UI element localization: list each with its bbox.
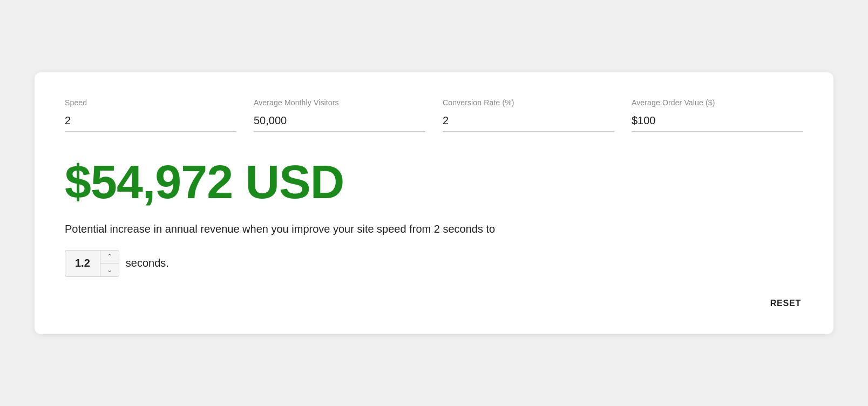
conversion-rate-label: Conversion Rate (%) <box>443 98 614 107</box>
stepper-up-button[interactable]: ⌃ <box>100 251 119 263</box>
speed-input[interactable] <box>65 111 236 132</box>
conversion-rate-input[interactable] <box>443 111 614 132</box>
visitors-input-group: Average Monthly Visitors <box>254 98 425 132</box>
speed-input-group: Speed <box>65 98 236 132</box>
stepper-row: 1.2 ⌃ ⌄ seconds. <box>65 250 803 277</box>
conversion-rate-input-group: Conversion Rate (%) <box>443 98 614 132</box>
result-amount: $54,972 USD <box>65 158 803 206</box>
footer-row: RESET <box>65 294 803 313</box>
stepper-value: 1.2 <box>65 253 100 274</box>
speed-label: Speed <box>65 98 236 107</box>
order-value-input-group: Average Order Value ($) <box>632 98 803 132</box>
visitors-input[interactable] <box>254 111 425 132</box>
order-value-input[interactable] <box>632 111 803 132</box>
seconds-label: seconds. <box>126 257 169 269</box>
order-value-label: Average Order Value ($) <box>632 98 803 107</box>
stepper-buttons: ⌃ ⌄ <box>100 251 119 276</box>
visitors-label: Average Monthly Visitors <box>254 98 425 107</box>
reset-button[interactable]: RESET <box>768 294 803 313</box>
result-description: Potential increase in annual revenue whe… <box>65 221 803 237</box>
description-prefix: Potential increase in annual revenue whe… <box>65 223 495 235</box>
stepper-down-button[interactable]: ⌄ <box>100 263 119 276</box>
inputs-row: Speed Average Monthly Visitors Conversio… <box>65 98 803 132</box>
calculator-card: Speed Average Monthly Visitors Conversio… <box>35 72 833 334</box>
target-speed-stepper: 1.2 ⌃ ⌄ <box>65 250 119 277</box>
